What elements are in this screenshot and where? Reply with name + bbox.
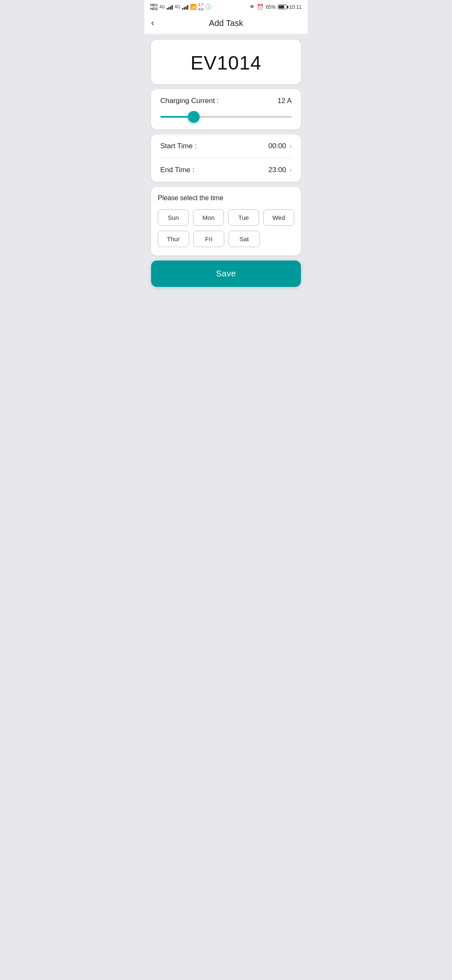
page-title: Add Task [209,18,243,28]
charging-current-slider[interactable] [160,116,292,118]
start-time-row[interactable]: Start Time : 00:00 › [160,134,292,158]
save-button[interactable]: Save [151,260,301,287]
end-time-row[interactable]: End Time : 23:00 › [160,158,292,182]
current-label: Charging Current : [160,97,219,105]
network-label: 4G [159,5,165,9]
day-grid: Sun Mon Tue Wed Thur Fri Sat [158,209,294,247]
day-selector-card: Please select the time Sun Mon Tue Wed T… [151,187,301,255]
charging-current-card: Charging Current : 12 A [151,89,301,129]
ev-id-card: EV1014 [151,40,301,84]
ev-id-label: EV1014 [190,52,262,74]
start-time-value: 00:00 [268,142,286,150]
end-time-label: End Time : [160,166,194,174]
status-bar: HD1HD2 4G 4G 📶 2.7K/s ⓘ 👁 ⏰ 65% 10:11 [144,0,308,13]
main-content: EV1014 Charging Current : 12 A Start Tim… [144,34,308,353]
day-button-tue[interactable]: Tue [228,209,259,226]
end-time-selector[interactable]: 23:00 › [268,166,292,174]
battery-percent: 65% [266,4,276,10]
signal-bars-2 [182,5,188,10]
day-button-fri[interactable]: Fri [193,231,225,247]
start-time-label: Start Time : [160,142,197,150]
day-button-wed[interactable]: Wed [263,209,294,226]
battery-icon [278,5,287,9]
eye-icon: 👁 [249,4,255,10]
day-selector-prompt: Please select the time [158,194,294,202]
current-value: 12 A [277,97,292,105]
day-button-sat[interactable]: Sat [229,231,260,247]
network-2-label: 4G [175,5,180,9]
header: ‹ Add Task [144,13,308,34]
clock-label: 10:11 [289,4,302,10]
start-time-selector[interactable]: 00:00 › [268,142,292,150]
time-card: Start Time : 00:00 › End Time : 23:00 › [151,134,301,182]
end-time-chevron-icon: › [290,166,292,174]
day-row-2: Thur Fri Sat [158,231,294,247]
end-time-value: 23:00 [268,166,286,174]
speed-label: 2.7K/s [198,3,204,12]
wifi-icon: 📶 [190,4,197,10]
day-button-thur[interactable]: Thur [158,231,189,247]
status-right: 👁 ⏰ 65% 10:11 [249,4,302,10]
current-header: Charging Current : 12 A [160,97,292,105]
day-row-2-spacer [264,231,295,247]
bottom-spacer [151,292,301,347]
status-left: HD1HD2 4G 4G 📶 2.7K/s ⓘ [150,3,211,12]
alarm-icon: ⏰ [257,4,264,10]
start-time-chevron-icon: › [290,142,292,150]
notification-icon: ⓘ [205,3,211,11]
day-row-1: Sun Mon Tue Wed [158,209,294,226]
day-button-sun[interactable]: Sun [158,209,189,226]
hd-icon: HD1HD2 [150,3,158,11]
signal-bars-1 [167,5,173,10]
back-button[interactable]: ‹ [151,18,154,28]
day-button-mon[interactable]: Mon [193,209,224,226]
